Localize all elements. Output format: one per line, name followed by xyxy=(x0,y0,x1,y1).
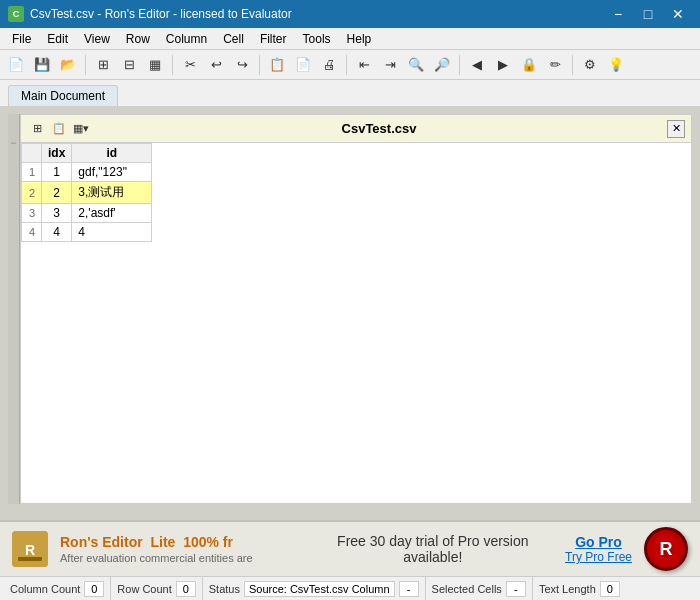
save-button[interactable]: 💾 xyxy=(30,53,54,77)
promo-sub: After evaluation commercial entities are xyxy=(60,552,301,564)
title-bar: C CsvTest.csv - Ron's Editor - licensed … xyxy=(0,0,700,28)
promo-name: Ron's Editor Lite 100% fr xyxy=(60,534,301,550)
content-area: I ⊞ 📋 ▦▾ CsvTest.csv ✕ xyxy=(0,106,700,520)
table-row[interactable]: 223,测试用 xyxy=(22,182,152,204)
doc-toolbar: ⊞ 📋 ▦▾ xyxy=(27,119,91,139)
cell-id[interactable]: gdf,"123" xyxy=(72,163,152,182)
svg-rect-2 xyxy=(18,557,42,561)
toolbar: 📄 💾 📂 ⊞ ⊟ ▦ ✂ ↩ ↪ 📋 📄 🖨 ⇤ ⇥ 🔍 🔎 ◀ ▶ 🔒 ✏ … xyxy=(0,50,700,80)
redo-button[interactable]: ↪ xyxy=(230,53,254,77)
menu-item-column[interactable]: Column xyxy=(158,30,215,48)
col-header-idx[interactable]: idx xyxy=(42,144,72,163)
window-title: CsvTest.csv - Ron's Editor - licensed to… xyxy=(30,7,292,21)
cell-idx[interactable]: 3 xyxy=(42,204,72,223)
sep3 xyxy=(259,55,260,75)
undo-button[interactable]: ↩ xyxy=(204,53,228,77)
table-row[interactable]: 444 xyxy=(22,223,152,242)
status-segment: Status Source: CsvTest.csv Column - xyxy=(203,577,426,600)
cell-id[interactable]: 3,测试用 xyxy=(72,182,152,204)
cell-id[interactable]: 4 xyxy=(72,223,152,242)
open-button[interactable]: 📂 xyxy=(56,53,80,77)
info-button[interactable]: 💡 xyxy=(604,53,628,77)
status-label: Status xyxy=(209,583,240,595)
row-dash: - xyxy=(399,581,419,597)
cell-idx[interactable]: 1 xyxy=(42,163,72,182)
row-number: 3 xyxy=(22,204,42,223)
svg-text:R: R xyxy=(25,542,35,558)
row-num-header xyxy=(22,144,42,163)
table-row[interactable]: 332,'asdf' xyxy=(22,204,152,223)
maximize-button[interactable]: □ xyxy=(634,4,662,24)
menu-item-view[interactable]: View xyxy=(76,30,118,48)
table-body: 11gdf,"123"223,测试用332,'asdf'444 xyxy=(22,163,152,242)
menu-item-file[interactable]: File xyxy=(4,30,39,48)
sep1 xyxy=(85,55,86,75)
cut-button[interactable]: ✂ xyxy=(178,53,202,77)
doc-copy-btn[interactable]: 📋 xyxy=(49,119,69,139)
promo-gopro: Go Pro Try Pro Free xyxy=(565,534,632,564)
menu-item-edit[interactable]: Edit xyxy=(39,30,76,48)
menu-item-tools[interactable]: Tools xyxy=(295,30,339,48)
replace-button[interactable]: 🔎 xyxy=(430,53,454,77)
cell-id[interactable]: 2,'asdf' xyxy=(72,204,152,223)
copy-button[interactable]: 📋 xyxy=(265,53,289,77)
col-next[interactable]: ⇥ xyxy=(378,53,402,77)
col-prev[interactable]: ⇤ xyxy=(352,53,376,77)
go-pro-link[interactable]: Go Pro xyxy=(575,534,622,550)
column-count-value: 0 xyxy=(84,581,104,597)
menu-bar: FileEditViewRowColumnCellFilterToolsHelp xyxy=(0,28,700,50)
selected-cells-label: Selected Cells xyxy=(432,583,502,595)
document-area: ⊞ 📋 ▦▾ CsvTest.csv ✕ idx id xyxy=(20,114,692,504)
col-header-id[interactable]: id xyxy=(72,144,152,163)
sep5 xyxy=(459,55,460,75)
promo-icon: R xyxy=(12,531,48,567)
settings-button[interactable]: ⚙ xyxy=(578,53,602,77)
data-table: idx id 11gdf,"123"223,测试用332,'asdf'444 xyxy=(21,143,152,242)
column-count-label: Column Count xyxy=(10,583,80,595)
sep6 xyxy=(572,55,573,75)
doc-menu-btn[interactable]: ▦▾ xyxy=(71,119,91,139)
sep4 xyxy=(346,55,347,75)
search-button[interactable]: 🔍 xyxy=(404,53,428,77)
tb-grid3[interactable]: ▦ xyxy=(143,53,167,77)
selected-cells-segment: Selected Cells - xyxy=(426,577,533,600)
table-row[interactable]: 11gdf,"123" xyxy=(22,163,152,182)
row-count-label: Row Count xyxy=(117,583,171,595)
row-number: 4 xyxy=(22,223,42,242)
minimize-button[interactable]: − xyxy=(604,4,632,24)
doc-title: CsvTest.csv xyxy=(95,121,663,136)
row-number: 1 xyxy=(22,163,42,182)
lock-button[interactable]: 🔒 xyxy=(517,53,541,77)
promo-bar: R Ron's Editor Lite 100% fr After evalua… xyxy=(0,520,700,576)
tab-bar: Main Document xyxy=(0,80,700,106)
row-count-segment: Row Count 0 xyxy=(111,577,202,600)
doc-grid-btn[interactable]: ⊞ xyxy=(27,119,47,139)
row-number: 2 xyxy=(22,182,42,204)
text-length-segment: Text Length 0 xyxy=(533,577,626,600)
paste-button[interactable]: 📄 xyxy=(291,53,315,77)
new-button[interactable]: 📄 xyxy=(4,53,28,77)
text-length-label: Text Length xyxy=(539,583,596,595)
menu-item-cell[interactable]: Cell xyxy=(215,30,252,48)
close-button[interactable]: ✕ xyxy=(664,4,692,24)
nav-left[interactable]: ◀ xyxy=(465,53,489,77)
rons-editor-logo: R xyxy=(644,527,688,571)
cell-idx[interactable]: 4 xyxy=(42,223,72,242)
nav-right[interactable]: ▶ xyxy=(491,53,515,77)
print-button[interactable]: 🖨 xyxy=(317,53,341,77)
edit-button[interactable]: ✏ xyxy=(543,53,567,77)
table-container[interactable]: idx id 11gdf,"123"223,测试用332,'asdf'444 xyxy=(21,143,691,503)
menu-item-row[interactable]: Row xyxy=(118,30,158,48)
try-pro-link[interactable]: Try Pro Free xyxy=(565,550,632,564)
tb-grid2[interactable]: ⊟ xyxy=(117,53,141,77)
doc-header: ⊞ 📋 ▦▾ CsvTest.csv ✕ xyxy=(21,115,691,143)
main-document-tab[interactable]: Main Document xyxy=(8,85,118,106)
doc-close-button[interactable]: ✕ xyxy=(667,120,685,138)
cell-idx[interactable]: 2 xyxy=(42,182,72,204)
promo-text-block: Ron's Editor Lite 100% fr After evaluati… xyxy=(60,534,301,564)
menu-item-help[interactable]: Help xyxy=(339,30,380,48)
menu-item-filter[interactable]: Filter xyxy=(252,30,295,48)
sep2 xyxy=(172,55,173,75)
left-ruler: I xyxy=(8,114,20,504)
tb-grid1[interactable]: ⊞ xyxy=(91,53,115,77)
